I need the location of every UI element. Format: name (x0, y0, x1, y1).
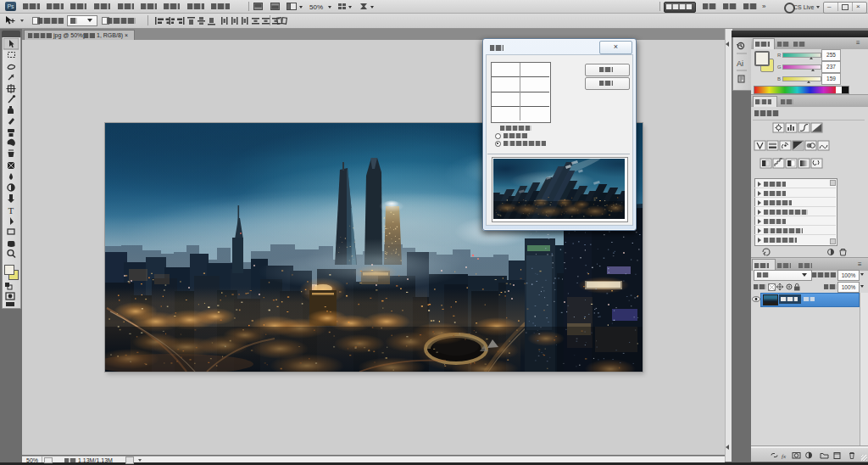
svg-text:T: T (8, 205, 14, 216)
svg-text:Ai: Ai (737, 59, 743, 68)
svg-text:fx: fx (782, 453, 787, 460)
svg-text:50%: 50% (309, 3, 323, 11)
